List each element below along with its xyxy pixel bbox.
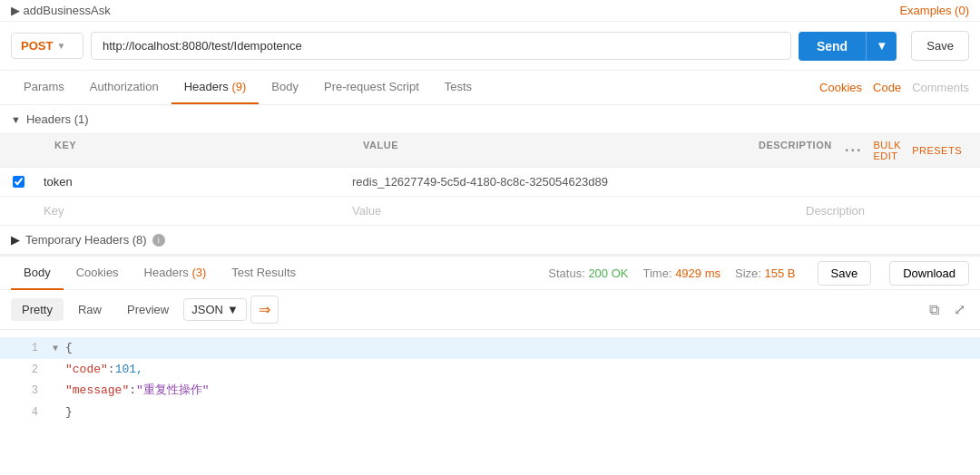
line-num-1: 1 [11,339,38,359]
response-save-button[interactable]: Save [818,261,872,286]
send-button[interactable]: Send [799,32,866,61]
placeholder-description[interactable]: Description [799,197,980,225]
method-select[interactable]: POST ▼ [11,33,83,59]
line-num-4: 4 [11,403,38,423]
more-options-icon[interactable]: ··· [845,142,862,159]
placeholder-value[interactable]: Value [345,197,799,225]
wrap-icon: ⇒ [259,302,270,317]
tab-tests[interactable]: Tests [432,71,485,104]
response-toolbar: Pretty Raw Preview JSON ▼ ⇒ ⧉ ⤢ [0,290,980,330]
temp-headers-label: Temporary Headers (8) [25,233,147,247]
method-label: POST [21,39,53,53]
code-view: 1 ▼ { 2 "code": 101, 3 "message": "重复性操作… [0,330,980,430]
method-dropdown-arrow: ▼ [56,41,65,51]
response-tab-cookies[interactable]: Cookies [64,257,132,290]
code-line-4: 4 } [0,402,980,423]
url-bar: POST ▼ Send ▼ Save [0,22,980,71]
status-value: 200 OK [588,267,628,280]
headers-column-row: KEY VALUE DESCRIPTION ··· Bulk Edit Pres… [0,133,980,168]
tab-headers[interactable]: Headers (9) [172,71,260,104]
request-tabs-bar: Params Authorization Headers (9) Body Pr… [0,71,980,105]
size-value: 155 B [765,267,796,280]
view-pretty-button[interactable]: Pretty [11,298,64,321]
format-select[interactable]: JSON ▼ [183,298,247,321]
response-download-button[interactable]: Download [889,261,969,286]
row-token-checkbox[interactable] [13,176,24,188]
temp-headers-info-icon: i [152,234,165,247]
row-token-key[interactable]: token [36,168,345,196]
code-line-1: 1 ▼ { [0,337,980,359]
response-status-bar: Status: 200 OK Time: 4929 ms Size: 155 B… [548,261,969,286]
status-label: Status: 200 OK [548,267,628,280]
tab-body[interactable]: Body [259,71,311,104]
tab-params[interactable]: Params [11,71,77,104]
comments-link[interactable]: Comments [912,81,969,94]
temp-headers-toggle: ▶ [11,233,20,247]
expand-button[interactable]: ⤢ [950,297,969,322]
copy-button[interactable]: ⧉ [926,298,943,322]
placeholder-key[interactable]: Key [36,197,345,225]
send-dropdown-button[interactable]: ▼ [866,32,897,61]
request-tabs-right: Cookies Code Comments [819,81,969,94]
breadcrumb: ▶ addBusinessAsk [11,4,111,17]
time-value: 4929 ms [675,267,720,280]
response-headers-badge: (3) [191,266,206,279]
headers-toggle-arrow: ▼ [11,114,21,125]
tab-prerequest[interactable]: Pre-request Script [311,71,432,104]
response-tabs-bar: Body Cookies Headers (3) Test Results St… [0,255,980,290]
view-raw-button[interactable]: Raw [67,298,113,321]
response-tabs-left: Body Cookies Headers (3) Test Results [11,257,309,289]
line-num-3: 3 [11,382,38,402]
response-tab-headers[interactable]: Headers (3) [132,257,220,290]
header-row-token: token redis_12627749-5c5d-4180-8c8c-3250… [0,168,980,197]
headers-section-title: Headers (1) [26,112,89,126]
time-label: Time: 4929 ms [642,267,720,280]
presets-button[interactable]: Presets [912,145,962,156]
code-line-2: 2 "code": 101, [0,359,980,381]
headers-section-header[interactable]: ▼ Headers (1) [0,105,980,133]
top-bar: ▶ addBusinessAsk Examples (0) [0,0,980,22]
cookies-link[interactable]: Cookies [819,81,862,94]
placeholder-checkbox-cell [0,204,36,218]
headers-section: ▼ Headers (1) KEY VALUE DESCRIPTION ··· … [0,105,980,226]
col-description: DESCRIPTION [751,134,933,167]
copy-icon: ⧉ [929,302,939,317]
response-toolbar-left: Pretty Raw Preview JSON ▼ ⇒ [11,296,279,324]
col-key: KEY [47,134,356,167]
tab-authorization[interactable]: Authorization [77,71,172,104]
row-checkbox-cell [0,169,36,195]
row-token-description[interactable] [799,175,980,189]
examples-link[interactable]: Examples (0) [899,4,969,17]
wrap-button[interactable]: ⇒ [250,296,279,324]
row-token-value[interactable]: redis_12627749-5c5d-4180-8c8c-325054623d… [345,168,799,196]
temp-headers-section[interactable]: ▶ Temporary Headers (8) i [0,226,980,255]
code-line-3: 3 "message": "重复性操作" [0,380,980,402]
expand-icon: ⤢ [954,302,965,317]
send-btn-group: Send ▼ [799,32,897,61]
save-request-button[interactable]: Save [911,31,969,61]
code-link[interactable]: Code [873,81,901,94]
header-placeholder-row: Key Value Description [0,197,980,226]
size-label: Size: 155 B [735,267,796,280]
format-dropdown-arrow: ▼ [227,303,239,316]
bulk-edit-button[interactable]: Bulk Edit [873,140,901,161]
response-tab-test-results[interactable]: Test Results [219,257,309,290]
request-tabs-left: Params Authorization Headers (9) Body Pr… [11,71,485,104]
url-input[interactable] [91,32,791,60]
view-preview-button[interactable]: Preview [116,298,180,321]
col-actions: ··· Bulk Edit Presets [933,134,969,167]
headers-badge: (9) [231,80,246,93]
response-toolbar-right: ⧉ ⤢ [926,297,969,322]
col-value: VALUE [356,134,751,167]
line-toggle-1[interactable]: ▼ [53,341,65,357]
line-num-2: 2 [11,361,38,381]
response-tab-body[interactable]: Body [11,257,64,290]
